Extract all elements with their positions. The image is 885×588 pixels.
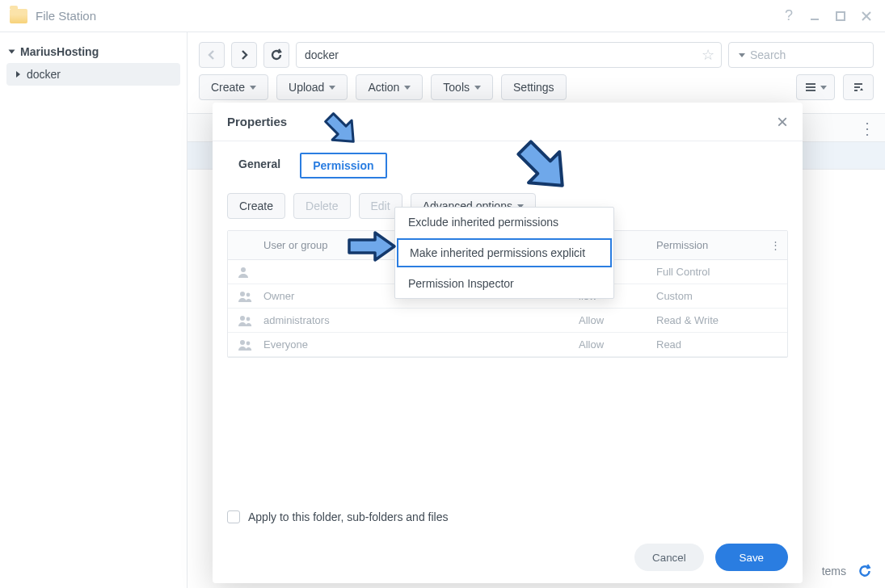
chevron-down-icon [820,86,827,90]
dialog-close-button[interactable]: × [777,112,788,132]
status-bar: tems [809,554,885,588]
tree-item-docker[interactable]: docker [6,63,180,86]
path-value: docker [305,48,339,61]
help-icon[interactable]: ? [780,7,798,25]
action-button[interactable]: Action [356,74,423,100]
svg-point-14 [247,292,251,296]
apply-label: Apply to this folder, sub-folders and fi… [248,510,448,523]
sort-button[interactable] [843,74,874,100]
perm-delete-button[interactable]: Delete [293,193,350,219]
tree-item-label: docker [27,68,61,81]
svg-point-15 [240,316,245,321]
refresh-icon[interactable] [858,564,872,578]
window-title: File Station [36,9,96,23]
annotation-arrow-icon [343,226,399,267]
user-icon [228,267,263,278]
sidebar: MariusHosting docker [0,32,188,588]
search-box[interactable] [728,42,874,68]
forward-button[interactable] [231,42,257,68]
nav-toolbar: docker ☆ [188,32,885,74]
tab-general[interactable]: General [227,153,292,178]
apply-recursive-row: Apply to this folder, sub-folders and fi… [227,502,788,523]
table-row[interactable]: administrators Allow Read & Write [228,309,787,333]
tree-root-label: MariusHosting [20,45,99,58]
create-button[interactable]: Create [199,74,268,100]
minimize-icon[interactable] [806,7,824,25]
svg-point-16 [247,317,251,321]
window-titlebar: File Station ? [0,0,885,32]
group-icon [228,291,263,302]
star-icon[interactable]: ☆ [702,46,714,64]
annotation-arrow-icon [508,131,577,200]
save-button[interactable]: Save [715,544,788,571]
perm-create-button[interactable]: Create [227,193,285,219]
advanced-options-menu: Exclude inherited permissions Make inher… [394,207,614,299]
chevron-down-icon [474,86,481,90]
view-list-button[interactable] [796,74,835,100]
path-field[interactable]: docker ☆ [296,42,722,68]
more-icon[interactable]: ⋮ [763,239,787,251]
cancel-button[interactable]: Cancel [634,544,704,571]
item-count-text: tems [822,565,846,578]
upload-button[interactable]: Upload [276,74,348,100]
menu-make-explicit[interactable]: Make inherited permissions explicit [397,238,612,267]
svg-point-12 [241,267,246,272]
chevron-right-icon [16,71,20,78]
svg-rect-1 [837,12,845,20]
menu-exclude-inherited[interactable]: Exclude inherited permissions [395,208,613,237]
chevron-down-icon [250,86,256,90]
table-row[interactable]: Everyone Allow Read [228,333,787,357]
chevron-down-icon [9,50,15,54]
back-button[interactable] [199,42,225,68]
col-perm: Permission [656,239,763,251]
maximize-icon[interactable] [832,7,849,25]
dialog-footer: Cancel Save [213,531,803,583]
chevron-down-icon [329,86,335,90]
chevron-down-icon [404,86,411,90]
annotation-arrow-icon [317,105,364,152]
settings-button[interactable]: Settings [501,74,567,100]
group-icon [228,315,263,326]
apply-checkbox[interactable] [227,510,240,523]
svg-point-18 [247,341,251,345]
folder-icon [10,9,27,23]
tree-root[interactable]: MariusHosting [0,40,187,63]
search-input[interactable] [750,48,885,61]
reload-button[interactable] [263,42,289,68]
menu-permission-inspector[interactable]: Permission Inspector [395,269,613,298]
close-icon[interactable] [858,7,875,25]
tab-permission[interactable]: Permission [300,153,386,178]
group-icon [228,339,263,351]
chevron-down-icon[interactable] [739,53,745,57]
more-icon[interactable]: ⋮ [849,114,885,143]
dialog-title: Properties [227,115,287,128]
svg-point-17 [240,340,245,345]
tools-button[interactable]: Tools [431,74,493,100]
svg-point-13 [240,292,245,296]
